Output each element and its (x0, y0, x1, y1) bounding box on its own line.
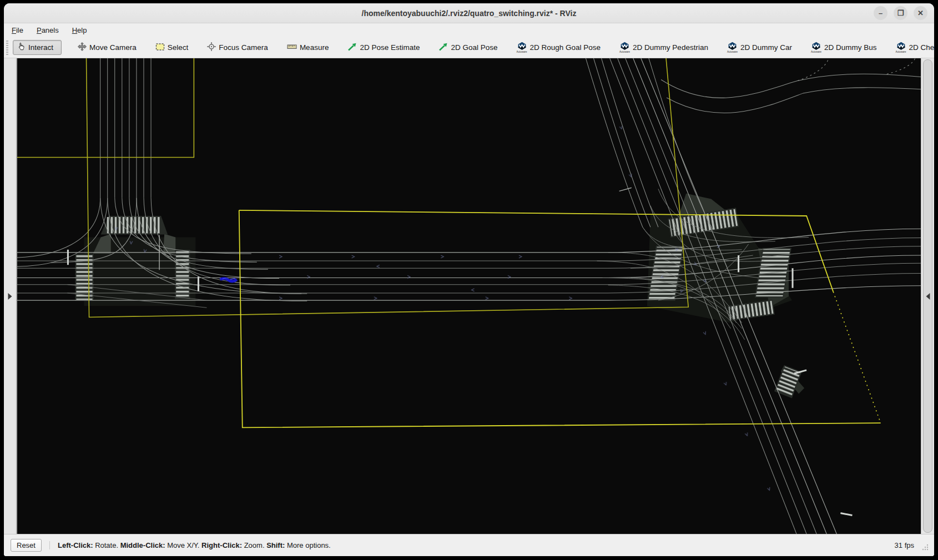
ruler-icon (287, 43, 297, 52)
dummy-bus-tool-button[interactable]: Autoware 2D Dummy Bus (808, 40, 880, 56)
maximize-button[interactable]: ❐ (894, 6, 907, 20)
expand-right-panel-icon[interactable] (926, 293, 930, 300)
menu-help[interactable]: Help (72, 26, 87, 34)
branch-road-lines (661, 58, 921, 113)
interact-tool-button[interactable]: Interact (13, 40, 62, 55)
autoware-icon: Autoware (896, 42, 906, 54)
pose-estimate-tool-button[interactable]: 2D Pose Estimate (345, 41, 422, 54)
move-arrows-icon (78, 42, 87, 53)
tool-label: 2D Dummy Pedestrian (633, 43, 708, 52)
autoware-icon: Autoware (619, 42, 630, 54)
crosshair-icon (207, 42, 216, 53)
goal-pose-tool-button[interactable]: 2D Goal Pose (436, 41, 500, 54)
dummy-pedestrian-tool-button[interactable]: Autoware 2D Dummy Pedestrian (617, 40, 711, 56)
close-button[interactable]: ✕ (914, 6, 927, 20)
right-panel-splitter[interactable] (921, 58, 934, 534)
tool-label: 2D Pose Estimate (360, 43, 420, 52)
lanelet-map-canvas (17, 58, 921, 534)
render-viewport-3d[interactable] (17, 58, 921, 534)
selection-box-icon (155, 43, 165, 53)
tool-label: Move Camera (89, 43, 137, 52)
tool-label: Select (168, 43, 189, 52)
main-area (4, 58, 934, 534)
title-bar[interactable]: /home/kentoyabuuchi2/.rviz2/quatro_switc… (4, 3, 934, 23)
green-arrow-icon (347, 43, 357, 53)
status-bar: Reset Left-Click: Rotate. Middle-Click: … (4, 534, 934, 556)
tool-label: 2D Dummy Bus (824, 43, 877, 52)
autoware-icon: Autoware (811, 42, 821, 54)
tool-label: 2D Rough Goal Pose (530, 43, 601, 52)
checkpoint-pose-tool-button[interactable]: Autoware 2D Checkpoint Pose (893, 40, 935, 56)
window-title: /home/kentoyabuuchi2/.rviz2/quatro_switc… (4, 9, 934, 18)
tool-label: 2D Goal Pose (451, 43, 497, 52)
tool-label: Focus Camera (219, 43, 268, 52)
expand-left-panel-icon[interactable] (8, 293, 12, 300)
tool-label: 2D Dummy Car (740, 43, 792, 52)
focus-camera-tool-button[interactable]: Focus Camera (204, 41, 271, 54)
minimize-button[interactable]: – (874, 6, 887, 20)
rough-goal-pose-tool-button[interactable]: Autoware 2D Rough Goal Pose (514, 40, 604, 56)
menu-panels[interactable]: Panels (37, 26, 59, 34)
menu-file[interactable]: File (12, 26, 23, 34)
toolbar: Interact Move Camera Select Focus Camera (4, 37, 934, 58)
measure-tool-button[interactable]: Measure (284, 42, 332, 53)
autoware-icon: Autoware (727, 42, 738, 54)
autoware-icon: Autoware (517, 42, 527, 54)
menu-bar: File Panels Help (4, 23, 934, 37)
move-camera-tool-button[interactable]: Move Camera (75, 41, 139, 54)
hand-pointer-icon (17, 42, 26, 53)
resize-grip[interactable] (921, 543, 929, 551)
blue-pose-marker (220, 278, 237, 281)
rviz-window: /home/kentoyabuuchi2/.rviz2/quatro_switc… (4, 3, 934, 556)
toolbar-drag-handle[interactable] (6, 41, 8, 55)
tool-label: Interact (28, 43, 53, 52)
select-tool-button[interactable]: Select (153, 41, 191, 54)
dummy-car-tool-button[interactable]: Autoware 2D Dummy Car (724, 40, 795, 56)
green-arrow-icon (438, 43, 448, 53)
reset-button[interactable]: Reset (11, 539, 42, 552)
tool-label: Measure (300, 43, 329, 52)
tool-label: 2D Checkpoint Pose (909, 43, 934, 52)
left-panel-splitter[interactable] (4, 58, 17, 534)
mouse-help-text: Left-Click: Rotate. Middle-Click: Move X… (49, 541, 331, 549)
